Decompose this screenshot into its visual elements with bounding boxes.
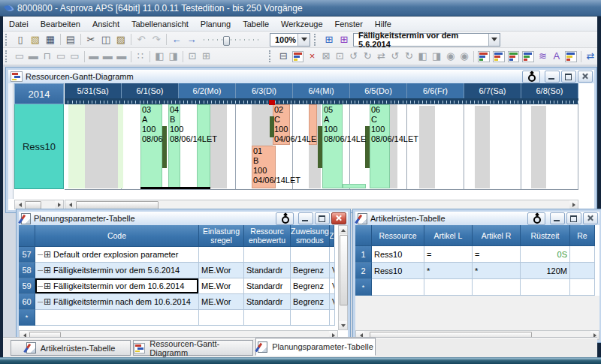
row-number-*[interactable]: *: [19, 310, 35, 326]
scroll-right-arrow[interactable]: [55, 200, 63, 209]
level-1-icon[interactable]: ▬: [87, 50, 101, 63]
table-cell[interactable]: ⊞Fälligkeitstermin vor dem 10.6.2014: [35, 278, 199, 294]
dropdown-arrow-icon[interactable]: [297, 34, 310, 46]
table-cell[interactable]: [35, 310, 199, 326]
display-settings-button[interactable]: [522, 71, 540, 83]
table-cell[interactable]: [199, 247, 244, 263]
table-cell[interactable]: ⊞Fälligkeitstermin nach dem 10.6.2014: [35, 294, 199, 310]
tab-artikelrüsten-tabelle[interactable]: Artikelrüsten-Tabelle: [11, 340, 131, 356]
day-header-6/2(Mo)[interactable]: 6/2(Mo): [179, 83, 236, 98]
bar-rows-icon[interactable]: ▭: [54, 50, 68, 63]
table-cell[interactable]: V: [330, 278, 335, 294]
table-cell[interactable]: [570, 246, 595, 263]
day-header-6/3(Di)[interactable]: 6/3(Di): [236, 83, 293, 98]
gantt-operation-05-bridge[interactable]: [343, 184, 366, 188]
scroll-up-arrow[interactable]: [339, 226, 347, 234]
row-number-1[interactable]: 1: [355, 246, 372, 263]
table-cell[interactable]: [570, 279, 595, 296]
scroll-left-arrow[interactable]: [15, 200, 23, 209]
gantt-label-hscrollbar[interactable]: [14, 200, 64, 209]
filter-combobox[interactable]: Fälligkeitstermin vor dem 5.6.2014: [353, 33, 500, 47]
gantt-chart-hscrollbar[interactable]: [65, 200, 578, 209]
redo-icon[interactable]: ↷: [149, 33, 164, 47]
column-header-Rüstzeit[interactable]: Rüstzeit: [521, 225, 570, 246]
row-number-59[interactable]: 59: [19, 278, 35, 294]
column-header-Code[interactable]: Code: [35, 225, 199, 247]
scroll-thumb[interactable]: [25, 201, 41, 209]
column-header-Z[interactable]: Z: [330, 225, 334, 247]
expand-icon[interactable]: ⊞: [44, 251, 51, 258]
day-header-6/6(Fr)[interactable]: 6/6(Fr): [407, 83, 464, 98]
menu-planung[interactable]: Planung: [195, 17, 237, 31]
column-header-Artikel R[interactable]: Artikel R: [473, 225, 521, 246]
bar-top-icon[interactable]: ⊓: [41, 50, 54, 63]
table-cell[interactable]: [473, 279, 521, 296]
outdent-icon[interactable]: ⊞: [199, 50, 213, 63]
table-cell[interactable]: [372, 279, 424, 296]
table-cell[interactable]: *: [473, 263, 521, 279]
table-cell[interactable]: [244, 247, 291, 263]
table-cell[interactable]: [330, 310, 335, 326]
minimize-button[interactable]: [550, 212, 565, 224]
org-tree-icon[interactable]: ⊟: [276, 50, 290, 63]
row-number-*[interactable]: *: [355, 279, 372, 296]
table-cell[interactable]: [570, 263, 595, 279]
open-icon[interactable]: ▧: [28, 33, 43, 47]
print-icon[interactable]: ▤: [63, 33, 78, 47]
bar-shift-icon[interactable]: ▬: [26, 50, 40, 63]
column-header-Artikel L[interactable]: Artikel L: [424, 225, 473, 246]
tab-planungsparameter-tabelle[interactable]: Planungsparameter-Tabelle: [255, 338, 376, 356]
table-cell[interactable]: Ress10: [372, 246, 424, 263]
table-cell[interactable]: [199, 310, 244, 326]
table-cell[interactable]: Standardr: [244, 294, 291, 310]
insert-row-icon[interactable]: ⊞: [322, 33, 337, 47]
maximize-button[interactable]: [566, 212, 581, 224]
analysis-icon[interactable]: A: [550, 50, 563, 63]
cut-icon[interactable]: ✂: [83, 33, 98, 47]
expand-icon[interactable]: ⊞: [44, 282, 51, 290]
unassign-icon[interactable]: ⊡: [333, 50, 346, 63]
display-settings-button[interactable]: [276, 212, 294, 225]
table-cell[interactable]: *: [424, 263, 473, 279]
slider-thumb[interactable]: [223, 36, 230, 46]
reschedule-left-icon[interactable]: ↺: [347, 50, 361, 63]
column-header-rownum[interactable]: [355, 225, 372, 246]
split-icon[interactable]: ∷: [134, 50, 147, 63]
table-cell[interactable]: Standardr: [244, 263, 291, 278]
table-cell[interactable]: [424, 279, 473, 296]
undo-icon[interactable]: ↶: [134, 33, 149, 47]
menu-tabellenansicht[interactable]: Tabellenansicht: [125, 17, 195, 31]
table-cell[interactable]: =: [424, 246, 473, 263]
gantt-window-titlebar[interactable]: Ressourcen-Gantt-Diagramm: [8, 70, 594, 83]
anchor-right-icon[interactable]: ↻: [402, 50, 415, 63]
window-planning-parameter[interactable]: Planungsparameter-Tabelle CodeEinlastung…: [17, 209, 350, 342]
table-cell[interactable]: ME.Wor: [199, 263, 244, 278]
level-2-icon[interactable]: ▬: [101, 50, 114, 63]
day-header-6/1(So)[interactable]: 6/1(So): [122, 83, 179, 98]
menu-hilfe[interactable]: Hilfe: [369, 17, 397, 31]
row-number-60[interactable]: 60: [19, 294, 35, 310]
row-number-2[interactable]: 2: [355, 263, 372, 279]
menu-ansicht[interactable]: Ansicht: [86, 17, 125, 31]
table-cell[interactable]: [330, 247, 335, 263]
table-cell[interactable]: Begrenz: [291, 263, 330, 278]
scroll-thumb[interactable]: [76, 201, 159, 209]
paste-icon[interactable]: ▨: [113, 33, 128, 47]
indent-icon[interactable]: ⊡: [186, 50, 199, 63]
pin-icon[interactable]: ◉: [443, 50, 457, 63]
gantt-row-ress10[interactable]: 03 A 100 08/0604 B 100 08/06/14LET01 B 1…: [65, 104, 578, 190]
level-3-icon[interactable]: ▬: [114, 50, 128, 63]
copy-icon[interactable]: ◫: [98, 33, 113, 47]
table-cell[interactable]: V: [330, 294, 335, 310]
menu-tabelle[interactable]: Tabelle: [237, 17, 275, 31]
expand-icon[interactable]: ⊞: [44, 266, 51, 274]
table-cell[interactable]: 120M: [521, 263, 570, 279]
column-header-Re[interactable]: Re: [570, 225, 595, 246]
menu-datei[interactable]: Datei: [3, 17, 35, 31]
unfreeze-icon[interactable]: ◨: [430, 50, 443, 63]
sync-arrows-icon[interactable]: ⇄: [584, 50, 597, 63]
minimize-button[interactable]: [298, 212, 313, 224]
table-cell[interactable]: [291, 310, 330, 326]
table-cell[interactable]: =: [473, 246, 521, 263]
day-header-5/31(Sa)[interactable]: 5/31(Sa): [65, 83, 122, 98]
